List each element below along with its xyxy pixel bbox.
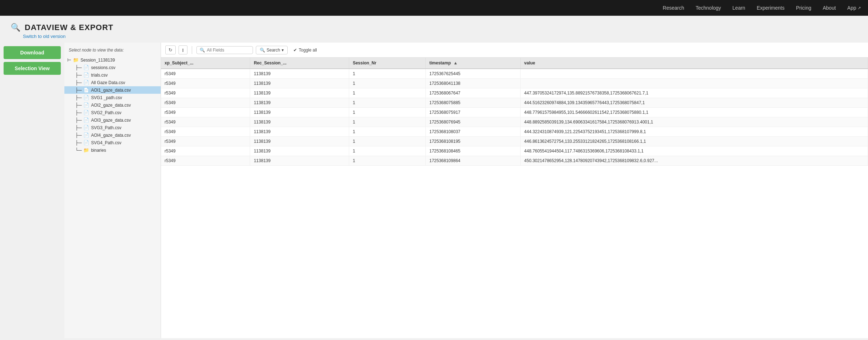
table-cell-value: 446.8613624572754,133.25533121824265,172… [521, 137, 868, 146]
table-cell-xp_subject: r5349 [161, 79, 250, 88]
table-cell-xp_subject: r5349 [161, 137, 250, 146]
folder-icon-root: 📁 [73, 57, 79, 63]
table-row: r5349113813911725368109864450.3021478652… [161, 156, 868, 166]
table-cell-xp_subject: r5349 [161, 117, 250, 127]
list-item[interactable]: ├─ 📄 SVG4_Path.csv [64, 139, 161, 146]
table-cell-rec_session: 1138139 [250, 146, 349, 156]
nav-technology[interactable]: Technology [696, 5, 721, 11]
file-icon: 📄 [83, 125, 89, 130]
main-layout: Download Selection View Select node to v… [0, 43, 868, 338]
tree-connector-icon: ├─ [75, 65, 82, 70]
list-item[interactable]: ├─ 📄 AOI2_gaze_data.csv [64, 101, 161, 109]
tree-item-label: sessions.csv [91, 65, 115, 70]
file-icon: 📄 [83, 87, 89, 93]
toggle-all-button[interactable]: ✔ Toggle all [291, 46, 320, 54]
nav-experiments[interactable]: Experiments [757, 5, 785, 11]
tree-connector-icon: ├─ [75, 87, 82, 93]
dataview-icon: 🔍 [11, 23, 20, 32]
table-cell-timestamp: 1725368076945 [425, 117, 520, 127]
table-cell-rec_session: 1138139 [250, 108, 349, 117]
nav-research[interactable]: Research [663, 5, 684, 11]
table-cell-session_nr: 1 [349, 98, 425, 108]
page-title: DATAVIEW & EXPORT [25, 23, 113, 32]
table-cell-value [521, 69, 868, 79]
list-item[interactable]: └─ 📁 binaries [64, 146, 161, 154]
tree-item-label: All Gaze Data.csv [91, 80, 125, 85]
table-row: r5349113813911725368041138 [161, 79, 868, 88]
table-cell-value: 444.3224310874939,121.22543752193451,172… [521, 127, 868, 137]
table-cell-timestamp: 1725368109864 [425, 156, 520, 166]
list-item[interactable]: ├─ 📄 SVG1 _path.csv [64, 94, 161, 101]
col-xp-subject[interactable]: xp_Subject_... [161, 58, 250, 69]
data-table: xp_Subject_... Rec_Session_... Session_N… [161, 58, 868, 166]
tree-root-node[interactable]: ⊢ 📁 Session_1138139 [64, 56, 161, 64]
table-row: r5349113813911725368076945448.8892585039… [161, 117, 868, 127]
search-button[interactable]: 🔍 Search ▾ [256, 46, 288, 54]
tree-item-label: AOI3_gaze_data.csv [91, 118, 131, 123]
list-item[interactable]: ├─ 📄 AOI3_gaze_data.csv [64, 116, 161, 124]
list-item[interactable]: ├─ 📄 sessions.csv [64, 64, 161, 71]
table-row: r5349113813911725367625445 [161, 69, 868, 79]
col-session-nr[interactable]: Session_Nr [349, 58, 425, 69]
data-panel: ↻ ⫿ 🔍 🔍 Search ▾ ✔ Toggle all [161, 43, 868, 338]
folder-icon: 📁 [83, 147, 89, 153]
table-cell-rec_session: 1138139 [250, 69, 349, 79]
search-chevron-icon: ▾ [282, 48, 284, 53]
search-input[interactable] [207, 48, 250, 53]
tree-connector-icon: ├─ [75, 117, 82, 123]
table-cell-session_nr: 1 [349, 69, 425, 79]
col-rec-session[interactable]: Rec_Session_... [250, 58, 349, 69]
list-item[interactable]: ├─ 📄 AOI4_gaze_data.csv [64, 131, 161, 139]
table-cell-xp_subject: r5349 [161, 127, 250, 137]
tree-item-label: AOI4_gaze_data.csv [91, 133, 131, 138]
file-icon: 📄 [83, 95, 89, 100]
data-toolbar: ↻ ⫿ 🔍 🔍 Search ▾ ✔ Toggle all [161, 43, 868, 58]
list-item[interactable]: ├─ 📄 trials.csv [64, 71, 161, 79]
col-value[interactable]: value [521, 58, 868, 69]
tree-item-label: binaries [91, 148, 106, 153]
table-cell-xp_subject: r5349 [161, 156, 250, 166]
list-item[interactable]: ├─ 📄 SVG3_Path.csv [64, 124, 161, 131]
table-cell-rec_session: 1138139 [250, 156, 349, 166]
table-cell-xp_subject: r5349 [161, 146, 250, 156]
table-cell-xp_subject: r5349 [161, 98, 250, 108]
tree-connector-icon: ├─ [75, 125, 82, 130]
tree-item-label: SVG3_Path.csv [91, 125, 121, 130]
selection-view-button[interactable]: Selection View [4, 62, 61, 75]
nav-pricing[interactable]: Pricing [796, 5, 811, 11]
download-button[interactable]: Download [4, 46, 61, 59]
table-cell-session_nr: 1 [349, 146, 425, 156]
tree-root-label: Session_1138139 [81, 58, 115, 63]
tree-item-label: SVG1 _path.csv [91, 95, 122, 100]
table-cell-rec_session: 1138139 [250, 127, 349, 137]
refresh-button[interactable]: ↻ [165, 45, 176, 54]
file-icon: 📄 [83, 65, 89, 70]
table-cell-value: 448.7605541944504,117.7486315369606,1725… [521, 146, 868, 156]
tree-item-label: AOI1_gaze_data.csv [91, 88, 131, 93]
table-cell-xp_subject: r5349 [161, 108, 250, 117]
tree-connector-icon: └─ [75, 147, 82, 153]
col-timestamp[interactable]: timestamp ▲ [425, 58, 520, 69]
file-icon: 📄 [83, 102, 89, 108]
table-cell-value: 444.51623260974884,109.13435965776443,17… [521, 98, 868, 108]
data-table-wrapper[interactable]: xp_Subject_... Rec_Session_... Session_N… [161, 58, 868, 338]
table-cell-timestamp: 1725368041138 [425, 79, 520, 88]
tree-connector-icon: ├─ [75, 140, 82, 145]
file-icon: 📄 [83, 117, 89, 123]
nav-about[interactable]: About [823, 5, 836, 11]
sort-indicator: ▲ [453, 60, 458, 65]
columns-button[interactable]: ⫿ [179, 45, 187, 54]
search-input-wrapper[interactable]: 🔍 [196, 46, 253, 54]
nav-app[interactable]: App [847, 5, 861, 11]
checkmark-icon: ✔ [293, 48, 297, 53]
page-header: 🔍 DATAVIEW & EXPORT Switch to old versio… [0, 16, 868, 43]
table-header-row: xp_Subject_... Rec_Session_... Session_N… [161, 58, 868, 69]
tree-connector-icon: ├─ [75, 102, 82, 108]
nav-learn[interactable]: Learn [732, 5, 745, 11]
switch-version-link[interactable]: Switch to old version [23, 34, 857, 39]
table-cell-session_nr: 1 [349, 88, 425, 98]
list-item[interactable]: ├─ 📄 SVG2_Path.csv [64, 109, 161, 116]
list-item[interactable]: ├─ 📄 All Gaze Data.csv [64, 79, 161, 86]
table-cell-rec_session: 1138139 [250, 88, 349, 98]
list-item[interactable]: ├─ 📄 AOI1_gaze_data.csv [64, 86, 161, 94]
